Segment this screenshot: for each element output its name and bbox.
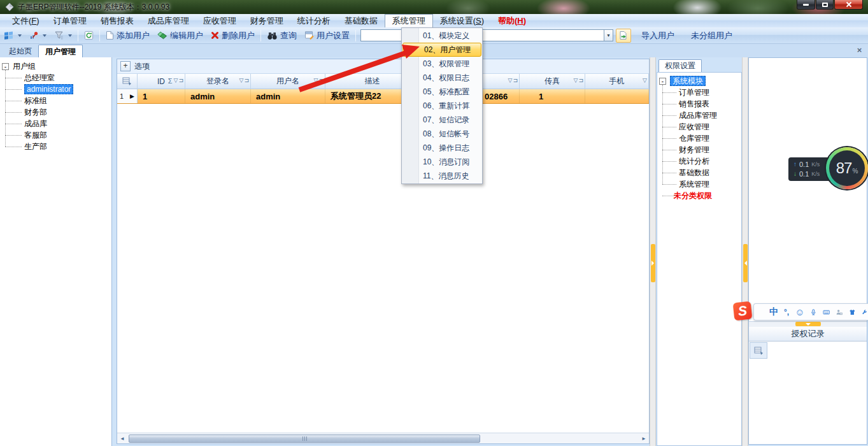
sum-icon[interactable]: Σ — [168, 77, 173, 85]
tab-user-management[interactable]: 用户管理 — [38, 45, 83, 57]
menu-item-permission-management[interactable]: 03、权限管理 — [402, 57, 482, 71]
menu-item-message-history[interactable]: 11、消息历史 — [402, 169, 482, 183]
column-header-fax[interactable]: 传真 ▽⊐ — [520, 74, 585, 89]
tree-node-customer-service[interactable]: 客服部 — [0, 129, 111, 141]
perm-node-base-data[interactable]: 基础数据 — [657, 167, 741, 178]
ungrouped-users-button[interactable]: 未分组用户 — [687, 29, 736, 43]
auth-row-selector-header[interactable] — [750, 342, 767, 359]
column-header-id[interactable]: ID Σ▽⊐ — [138, 74, 185, 89]
menu-receivables[interactable]: 应收管理 — [196, 14, 243, 27]
perm-node-order[interactable]: 订单管理 — [657, 87, 741, 98]
tree-node-user-group[interactable]: - 用户组 — [0, 61, 111, 72]
tree-node-general-office[interactable]: 总经理室 — [0, 72, 111, 83]
search-button[interactable]: 查询 — [263, 29, 301, 43]
ime-account-icon[interactable] — [836, 307, 843, 317]
perm-node-system[interactable]: 系统管理 — [657, 178, 741, 190]
pin-icon[interactable]: ⊐ — [578, 77, 583, 83]
filter-icon[interactable]: ▽ — [314, 77, 318, 83]
row-selector-header[interactable] — [117, 74, 138, 89]
scroll-right-icon[interactable]: ► — [639, 434, 649, 443]
perm-node-sales-report[interactable]: 销售报表 — [657, 98, 741, 110]
filter-icon[interactable]: ▽ — [174, 77, 178, 85]
pin-icon[interactable]: ⊐ — [244, 77, 249, 83]
delete-user-button[interactable]: 删除用户 — [207, 29, 259, 43]
filter-icon[interactable]: ▽ — [574, 77, 578, 83]
tree-node-standard-group[interactable]: 标准组 — [0, 95, 111, 106]
tab-permission-settings[interactable]: 权限设置 — [658, 59, 702, 72]
menu-item-sms-account[interactable]: 08、短信帐号 — [402, 127, 482, 141]
menu-item-message-subscription[interactable]: 10、消息订阅 — [402, 155, 482, 169]
perm-node-unclassified[interactable]: 未分类权限 — [657, 190, 741, 201]
add-user-button[interactable]: 添加用户 — [102, 29, 153, 43]
ime-logo-icon[interactable]: S — [733, 301, 753, 321]
scroll-left-icon[interactable]: ◄ — [117, 434, 127, 443]
splitter-handle[interactable] — [795, 322, 821, 326]
menu-system-settings[interactable]: 系统设置(S) — [433, 14, 491, 27]
tree-node-administrator[interactable]: administrator — [0, 83, 111, 95]
tab-close-icon[interactable]: × — [855, 46, 864, 55]
ime-emoji-button[interactable]: ☺ — [795, 306, 804, 317]
menu-item-permission-log[interactable]: 04、权限日志 — [402, 71, 482, 85]
filter-tool-button[interactable] — [50, 29, 76, 43]
perm-node-statistics[interactable]: 统计分析 — [657, 155, 741, 167]
menu-statistics[interactable]: 统计分析 — [290, 14, 338, 27]
menu-item-standard-config[interactable]: 05、标准配置 — [402, 85, 482, 99]
ime-skin-icon[interactable] — [849, 307, 856, 317]
tab-start-page[interactable]: 起始页 — [3, 45, 38, 57]
apply-filter-button[interactable] — [616, 29, 631, 43]
scrollbar-thumb[interactable] — [129, 435, 480, 443]
ime-settings-wrench-icon[interactable] — [861, 307, 868, 317]
tree-node-system-modules[interactable]: - 系统模块 — [657, 76, 741, 87]
horizontal-scrollbar[interactable]: ◄ ► — [117, 433, 649, 443]
tree-node-finance-dept[interactable]: 财务部 — [0, 106, 111, 118]
user-row-selected[interactable]: 1▶ 1 admin admin 系统管理员22 02866 1 — [117, 89, 649, 104]
horizontal-splitter[interactable] — [749, 322, 867, 327]
vertical-splitter-left[interactable] — [650, 57, 656, 446]
pin-icon[interactable]: ⊐ — [318, 77, 324, 83]
tree-node-production-dept[interactable]: 生产部 — [0, 141, 111, 152]
column-header-login[interactable]: 登录名 ▽⊐ — [185, 74, 251, 89]
pin-icon[interactable]: ⊐ — [178, 77, 183, 85]
menu-help[interactable]: 帮助(H) — [491, 14, 533, 27]
ime-keyboard-icon[interactable] — [823, 307, 830, 317]
menu-order-management[interactable]: 订单管理 — [46, 14, 94, 27]
menu-item-recalculate[interactable]: 06、重新计算 — [402, 99, 482, 113]
close-button[interactable] — [834, 0, 863, 10]
memory-usage-ring[interactable]: 87% — [826, 147, 868, 189]
menu-sales-report[interactable]: 销售报表 — [94, 14, 141, 27]
refresh-button[interactable] — [80, 29, 97, 43]
perm-node-finance[interactable]: 财务管理 — [657, 144, 741, 155]
menu-item-sms-records[interactable]: 07、短信记录 — [402, 113, 482, 127]
collapse-box-icon[interactable]: - — [2, 63, 9, 70]
menu-base-data[interactable]: 基础数据 — [338, 14, 385, 27]
perm-node-warehouse[interactable]: 仓库管理 — [657, 133, 741, 144]
perm-node-receivables[interactable]: 应收管理 — [657, 121, 741, 133]
performance-widget[interactable]: ↑0.1K/s ↓0.1K/s 87% — [788, 147, 868, 191]
import-user-button[interactable]: 导入用户 — [637, 29, 678, 43]
pin-icon[interactable]: ⊐ — [513, 77, 518, 83]
splitter-handle[interactable] — [743, 244, 748, 282]
splitter-handle[interactable] — [651, 244, 655, 282]
menu-file[interactable]: 文件(F) — [5, 14, 46, 27]
ime-microphone-icon[interactable] — [810, 307, 817, 317]
window-layout-button[interactable] — [0, 29, 25, 43]
ime-punctuation-button[interactable]: °, — [784, 308, 789, 317]
edit-user-button[interactable]: 编辑用户 — [153, 29, 207, 43]
ime-language-mode-button[interactable]: 中 — [769, 306, 778, 318]
collapse-box-icon[interactable]: - — [659, 78, 666, 85]
minimize-button[interactable] — [797, 0, 815, 10]
menu-item-user-management[interactable]: 02、用户管理 — [402, 43, 481, 57]
expand-options-button[interactable]: + — [120, 61, 131, 71]
vertical-splitter-right[interactable] — [742, 57, 748, 446]
column-header-username[interactable]: 用户名 ▽⊐ — [251, 74, 325, 89]
tree-node-finished-goods[interactable]: 成品库 — [0, 118, 111, 129]
column-header-mobile[interactable]: 手机 ▽ — [585, 74, 649, 89]
pin-tool-button[interactable] — [25, 29, 50, 43]
menu-item-operation-log[interactable]: 09、操作日志 — [402, 141, 482, 155]
filter-icon[interactable]: ▽ — [239, 77, 244, 83]
combo-dropdown-button[interactable]: ▼ — [604, 29, 613, 41]
user-settings-button[interactable]: 用户设置 — [301, 29, 353, 43]
menu-finished-goods[interactable]: 成品库管理 — [141, 14, 196, 27]
maximize-button[interactable] — [816, 0, 834, 10]
menu-finance[interactable]: 财务管理 — [243, 14, 290, 27]
